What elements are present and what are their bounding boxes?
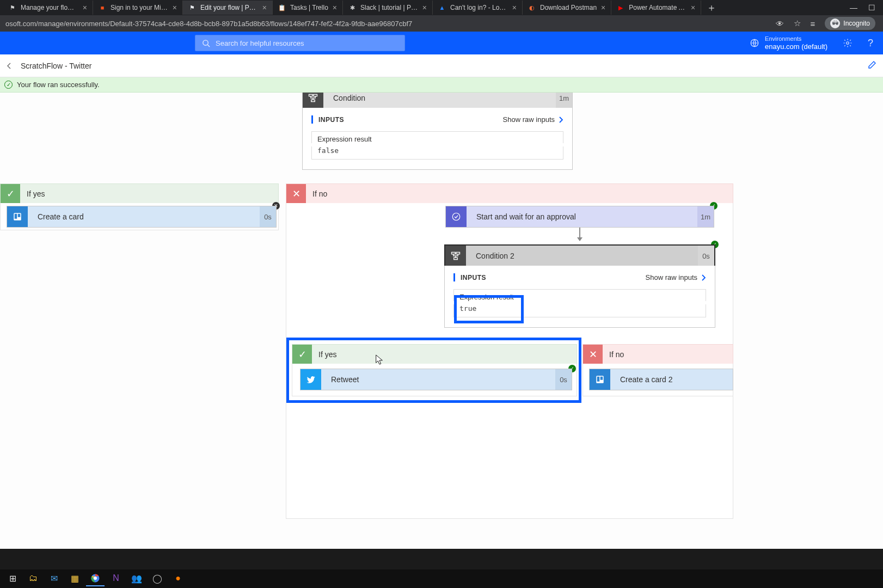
create-card-action[interactable]: Create a card 0s: [7, 206, 277, 228]
minimize-icon[interactable]: —: [850, 3, 857, 12]
favicon-icon: ■: [99, 4, 106, 11]
condition-icon: [303, 93, 323, 108]
mail-icon[interactable]: ✉: [45, 571, 63, 586]
tab-youtube[interactable]: ▶ Power Automate Appr ×: [611, 1, 701, 15]
obs-icon[interactable]: ◯: [148, 571, 167, 586]
search-icon: [202, 39, 210, 47]
chrome-icon[interactable]: [86, 571, 105, 586]
tab-sign-in[interactable]: ■ Sign in to your Microso ×: [93, 1, 183, 15]
close-icon[interactable]: ×: [422, 4, 427, 11]
close-icon[interactable]: ×: [691, 4, 695, 11]
if-yes-branch-1[interactable]: ✓ If yes: [0, 183, 279, 204]
close-icon[interactable]: ×: [333, 4, 337, 11]
search-input[interactable]: Search for helpful resources: [195, 35, 405, 51]
tab-trello[interactable]: 📋 Tasks | Trello ×: [273, 1, 343, 15]
gear-icon[interactable]: [843, 38, 853, 48]
create-card-2-action[interactable]: Create a card 2: [589, 369, 733, 390]
show-raw-inputs-link[interactable]: Show raw inputs: [503, 115, 563, 124]
file-explorer-icon[interactable]: 🗂: [24, 571, 42, 586]
reading-list-icon[interactable]: ≡: [811, 19, 815, 28]
edit-icon[interactable]: [868, 60, 876, 71]
duration-badge: 0s: [260, 206, 276, 227]
svg-rect-15: [597, 377, 600, 382]
inputs-label: INPUTS: [461, 274, 486, 281]
incognito-icon: 🕶: [830, 19, 840, 28]
taskbar: ⊞ 🗂 ✉ ▦ N 👥 ◯ ●: [0, 569, 883, 588]
approval-icon: [446, 206, 467, 227]
no-tracking-icon[interactable]: 👁: [776, 19, 784, 28]
trello-icon: [590, 369, 610, 390]
onenote-icon[interactable]: N: [107, 571, 125, 586]
close-icon[interactable]: ×: [512, 4, 517, 11]
if-no-branch-2[interactable]: ✕ If no: [582, 344, 733, 365]
branch-label: If yes: [20, 189, 45, 198]
card-title: Create a card: [28, 212, 84, 221]
favicon-icon: ▲: [438, 4, 446, 11]
url-text[interactable]: osoft.com/manage/environments/Default-37…: [5, 20, 776, 28]
card-title: Create a card 2: [610, 375, 673, 384]
condition-1-card[interactable]: Condition 1m: [302, 93, 573, 109]
flow-canvas[interactable]: Condition 1m INPUTS Show raw inputs Expr…: [0, 93, 883, 549]
start-button[interactable]: ⊞: [3, 571, 22, 586]
close-icon[interactable]: ×: [262, 4, 267, 11]
approval-action[interactable]: Start and wait for an approval 1m: [445, 206, 714, 228]
trello-icon: [7, 206, 28, 227]
check-circle-icon: ✓: [4, 81, 13, 89]
condition-icon: [445, 246, 466, 266]
environment-icon: [750, 38, 759, 48]
svg-point-10: [452, 213, 460, 220]
tab-postman[interactable]: ◐ Download Postman ×: [523, 1, 611, 15]
check-icon: ✓: [1, 184, 20, 204]
close-icon[interactable]: ×: [83, 4, 87, 11]
svg-rect-13: [454, 258, 458, 259]
expression-result-label: Expression result: [453, 289, 706, 301]
maximize-icon[interactable]: ☐: [868, 3, 875, 12]
help-icon[interactable]: ?: [868, 38, 873, 49]
success-banner: ✓ Your flow ran successfully.: [0, 77, 883, 93]
condition-2-inputs-panel: INPUTS Show raw inputs Expression result…: [444, 266, 715, 328]
close-icon[interactable]: ×: [601, 4, 605, 11]
search-placeholder: Search for helpful resources: [216, 39, 304, 47]
bookmark-icon[interactable]: ☆: [794, 19, 801, 28]
teams-icon[interactable]: 👥: [127, 571, 146, 586]
card-title: Condition 2: [466, 252, 514, 260]
retweet-action[interactable]: Retweet 0s: [300, 369, 572, 390]
svg-rect-12: [456, 252, 460, 254]
incognito-badge: 🕶 Incognito: [825, 17, 875, 30]
banner-text: Your flow ran successfully.: [17, 81, 100, 89]
if-yes-branch-2[interactable]: ✓ If yes: [292, 344, 577, 365]
card-title: Condition: [323, 94, 365, 102]
back-button[interactable]: [3, 60, 15, 72]
duration-badge: 0s: [698, 246, 714, 266]
cross-icon: ✕: [583, 345, 603, 364]
environment-picker[interactable]: Environments enayu.com (default): [750, 35, 827, 51]
svg-point-0: [203, 40, 208, 45]
app-icon[interactable]: ●: [169, 571, 187, 586]
chevron-right-icon: [701, 274, 706, 281]
new-tab-button[interactable]: ＋: [701, 1, 722, 14]
card-title: Start and wait for an approval: [467, 212, 576, 221]
tab-title: Slack | tutorial | Power: [360, 4, 418, 11]
close-icon[interactable]: ×: [173, 4, 177, 11]
favicon-icon: ⚑: [9, 4, 16, 11]
environment-label: Environments: [765, 35, 827, 42]
tab-title: Power Automate Appr: [629, 4, 686, 11]
tab-title: Tasks | Trello: [290, 4, 328, 11]
tab-edit-flow[interactable]: ⚑ Edit your flow | Power ×: [183, 1, 273, 15]
tab-manage-flows[interactable]: ⚑ Manage your flows | M ×: [3, 1, 93, 15]
svg-rect-6: [311, 100, 315, 101]
tab-slack[interactable]: ✱ Slack | tutorial | Power ×: [343, 1, 433, 15]
if-no-branch-1[interactable]: ✕ If no: [286, 183, 733, 204]
svg-rect-16: [600, 377, 603, 380]
svg-point-18: [94, 577, 97, 580]
cross-icon: ✕: [286, 184, 306, 204]
condition-2-card[interactable]: Condition 2 0s: [444, 244, 715, 267]
expression-result-value: false: [311, 146, 563, 160]
favicon-icon: ✱: [348, 4, 356, 11]
inputs-label: INPUTS: [318, 116, 344, 124]
branch-label: If no: [306, 189, 327, 198]
show-raw-inputs-link[interactable]: Show raw inputs: [646, 273, 706, 281]
chevron-right-icon: [558, 117, 563, 123]
sticky-notes-icon[interactable]: ▦: [65, 571, 84, 586]
tab-atlassian[interactable]: ▲ Can't log in? - Log in w ×: [433, 1, 523, 15]
